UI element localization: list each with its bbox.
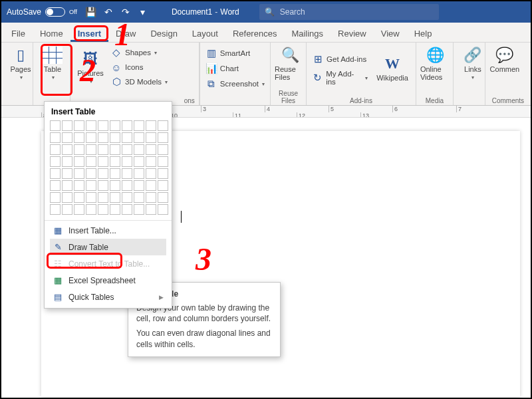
grid-cell[interactable] bbox=[62, 120, 72, 131]
screenshot-button[interactable]: ⧉Screenshot▾ bbox=[204, 76, 266, 91]
grid-cell[interactable] bbox=[50, 120, 61, 131]
grid-cell[interactable] bbox=[134, 132, 144, 143]
grid-cell[interactable] bbox=[50, 204, 61, 215]
search-box[interactable]: 🔍 Search bbox=[259, 4, 439, 20]
grid-cell[interactable] bbox=[62, 144, 72, 155]
grid-cell[interactable] bbox=[110, 120, 120, 131]
tab-view[interactable]: View bbox=[374, 25, 407, 42]
grid-cell[interactable] bbox=[134, 168, 144, 179]
grid-cell[interactable] bbox=[50, 144, 61, 155]
chart-button[interactable]: 📊Chart bbox=[204, 61, 266, 76]
grid-cell[interactable] bbox=[146, 144, 156, 155]
get-addins-button[interactable]: ⊞Get Add-ins bbox=[311, 52, 369, 66]
grid-cell[interactable] bbox=[86, 144, 96, 155]
grid-cell[interactable] bbox=[98, 156, 108, 167]
grid-cell[interactable] bbox=[62, 204, 72, 215]
grid-cell[interactable] bbox=[134, 156, 144, 167]
grid-cell[interactable] bbox=[122, 144, 132, 155]
grid-cell[interactable] bbox=[110, 192, 120, 203]
grid-cell[interactable] bbox=[158, 144, 168, 155]
grid-cell[interactable] bbox=[50, 168, 61, 179]
pictures-button[interactable]: 🖼 Pictures ▾ bbox=[74, 45, 106, 89]
redo-icon[interactable]: ↷ bbox=[117, 7, 134, 17]
grid-cell[interactable] bbox=[50, 180, 61, 191]
grid-cell[interactable] bbox=[86, 132, 96, 143]
grid-cell[interactable] bbox=[98, 144, 108, 155]
grid-cell[interactable] bbox=[110, 144, 120, 155]
links-button[interactable]: 🔗 Links ▾ bbox=[458, 45, 488, 82]
grid-cell[interactable] bbox=[158, 132, 168, 143]
reuse-files-button[interactable]: 🔍 Reuse Files bbox=[275, 45, 305, 82]
grid-cell[interactable] bbox=[146, 168, 156, 179]
grid-cell[interactable] bbox=[146, 120, 156, 131]
grid-cell[interactable] bbox=[146, 132, 156, 143]
grid-cell[interactable] bbox=[158, 204, 168, 215]
grid-cell[interactable] bbox=[134, 180, 144, 191]
grid-cell[interactable] bbox=[62, 192, 72, 203]
grid-cell[interactable] bbox=[62, 180, 72, 191]
grid-cell[interactable] bbox=[134, 120, 144, 131]
grid-cell[interactable] bbox=[98, 120, 108, 131]
grid-cell[interactable] bbox=[62, 168, 72, 179]
grid-cell[interactable] bbox=[146, 204, 156, 215]
grid-cell[interactable] bbox=[158, 192, 168, 203]
grid-cell[interactable] bbox=[98, 168, 108, 179]
wikipedia-button[interactable]: W Wikipedia bbox=[373, 54, 412, 83]
grid-cell[interactable] bbox=[74, 120, 84, 131]
grid-cell[interactable] bbox=[158, 156, 168, 167]
grid-cell[interactable] bbox=[74, 132, 84, 143]
tab-file[interactable]: File bbox=[4, 25, 33, 42]
pages-button[interactable]: ▯ Pages ▾ bbox=[5, 45, 36, 82]
grid-cell[interactable] bbox=[122, 120, 132, 131]
grid-cell[interactable] bbox=[122, 156, 132, 167]
grid-cell[interactable] bbox=[50, 192, 61, 203]
grid-cell[interactable] bbox=[74, 156, 84, 167]
menu-quick-tables[interactable]: ▤ Quick Tables ▶ bbox=[50, 289, 166, 305]
grid-cell[interactable] bbox=[158, 180, 168, 191]
grid-cell[interactable] bbox=[86, 120, 96, 131]
grid-cell[interactable] bbox=[50, 132, 61, 143]
tab-review[interactable]: Review bbox=[331, 25, 374, 42]
grid-cell[interactable] bbox=[134, 204, 144, 215]
tab-insert[interactable]: Insert bbox=[70, 25, 108, 42]
tab-help[interactable]: Help bbox=[407, 25, 440, 42]
my-addins-button[interactable]: ↻My Add-ins▾ bbox=[311, 70, 369, 85]
grid-cell[interactable] bbox=[62, 132, 72, 143]
grid-cell[interactable] bbox=[134, 144, 144, 155]
3dmodels-button[interactable]: ⬡3D Models▾ bbox=[109, 74, 169, 89]
grid-cell[interactable] bbox=[110, 180, 120, 191]
toggle-off-icon[interactable] bbox=[45, 7, 65, 17]
grid-cell[interactable] bbox=[98, 204, 108, 215]
icons-button[interactable]: ☺Icons bbox=[109, 60, 169, 74]
shapes-button[interactable]: ◇Shapes▾ bbox=[109, 45, 169, 60]
menu-draw-table[interactable]: ✎ Draw Table bbox=[50, 239, 166, 255]
grid-cell[interactable] bbox=[86, 168, 96, 179]
grid-cell[interactable] bbox=[86, 156, 96, 167]
qat-customize-icon[interactable]: ▾ bbox=[134, 7, 152, 17]
grid-cell[interactable] bbox=[146, 180, 156, 191]
table-button[interactable]: Table ▾ bbox=[37, 45, 68, 82]
grid-cell[interactable] bbox=[146, 156, 156, 167]
grid-cell[interactable] bbox=[74, 180, 84, 191]
grid-cell[interactable] bbox=[74, 168, 84, 179]
table-size-grid[interactable] bbox=[50, 120, 166, 215]
comment-button[interactable]: 💬 Commen bbox=[489, 45, 520, 74]
tab-layout[interactable]: Layout bbox=[185, 25, 225, 42]
grid-cell[interactable] bbox=[98, 192, 108, 203]
grid-cell[interactable] bbox=[122, 192, 132, 203]
grid-cell[interactable] bbox=[62, 156, 72, 167]
autosave-toggle[interactable]: AutoSave Off bbox=[1, 7, 82, 17]
grid-cell[interactable] bbox=[122, 180, 132, 191]
grid-cell[interactable] bbox=[122, 132, 132, 143]
grid-cell[interactable] bbox=[110, 156, 120, 167]
grid-cell[interactable] bbox=[122, 204, 132, 215]
tab-design[interactable]: Design bbox=[143, 25, 184, 42]
grid-cell[interactable] bbox=[50, 156, 61, 167]
tab-references[interactable]: References bbox=[225, 25, 284, 42]
grid-cell[interactable] bbox=[110, 168, 120, 179]
tab-home[interactable]: Home bbox=[33, 25, 70, 42]
menu-insert-table[interactable]: ▦ Insert Table... bbox=[50, 222, 166, 239]
grid-cell[interactable] bbox=[158, 168, 168, 179]
tab-draw[interactable]: Draw bbox=[108, 25, 143, 42]
undo-icon[interactable]: ↶ bbox=[100, 7, 117, 17]
